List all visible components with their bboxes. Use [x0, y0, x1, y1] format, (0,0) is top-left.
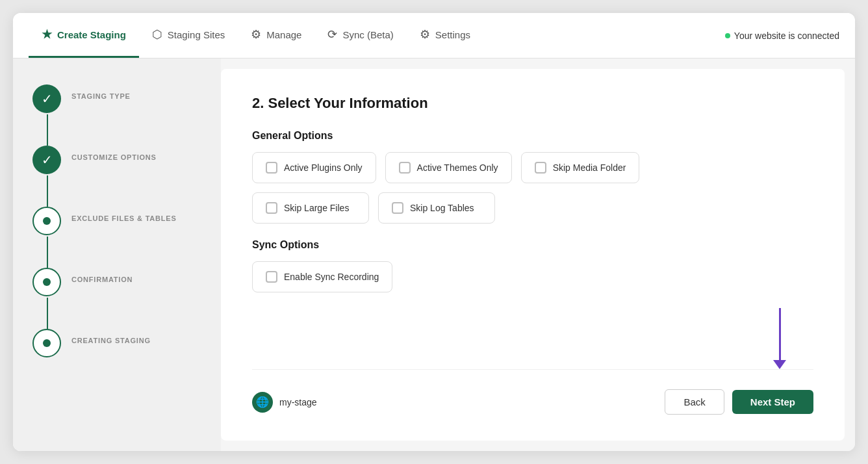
footer-buttons: Back Next Step — [665, 389, 813, 415]
arrow-head — [773, 360, 786, 369]
step-label-exclude-files: EXCLUDE FILES & TABLES — [71, 207, 177, 222]
top-nav: ★ Create Staging ⬡ Staging Sites ⚙ Manag… — [13, 13, 855, 58]
section-title: 2. Select Your Information — [252, 95, 813, 112]
checkbox-skip-media[interactable] — [535, 162, 546, 174]
option-skip-large-files[interactable]: Skip Large Files — [252, 192, 369, 224]
nav-manage[interactable]: ⚙ Manage — [238, 13, 314, 58]
content-area: 2. Select Your Information General Optio… — [221, 69, 845, 441]
step-circle-staging-type: ✓ — [32, 84, 61, 113]
footer: 🌐 my-stage Back Next Step — [252, 369, 813, 415]
checkbox-active-themes[interactable] — [399, 162, 411, 174]
step-label-confirmation: CONFIRMATION — [71, 268, 133, 283]
checkbox-enable-sync[interactable] — [266, 271, 277, 283]
step-circle-confirmation — [32, 268, 61, 296]
step-circle-exclude-files — [32, 207, 61, 235]
step-creating-staging: CREATING STAGING — [32, 329, 201, 357]
general-options-row1: Active Plugins Only Active Themes Only S… — [252, 152, 813, 183]
nav-sync-beta[interactable]: ⟳ Sync (Beta) — [314, 13, 406, 58]
step-circle-customize-options: ✓ — [32, 146, 61, 174]
sidebar: ✓ STAGING TYPE ✓ CUSTOMIZE OPTIONS EXCLU… — [13, 58, 221, 451]
site-icon: 🌐 — [252, 392, 273, 413]
cube-icon: ⬡ — [152, 27, 162, 42]
general-options-label: General Options — [252, 130, 813, 142]
checkbox-active-plugins[interactable] — [266, 162, 277, 174]
checkbox-skip-large-files[interactable] — [266, 202, 277, 214]
sync-options-row: Enable Sync Recording — [252, 261, 813, 292]
main-layout: ✓ STAGING TYPE ✓ CUSTOMIZE OPTIONS EXCLU… — [13, 58, 855, 451]
sync-options-label: Sync Options — [252, 239, 813, 251]
checkbox-skip-log-tables[interactable] — [392, 202, 403, 214]
site-name: my-stage — [279, 397, 317, 407]
nav-create-staging[interactable]: ★ Create Staging — [29, 13, 139, 58]
arrow-annotation — [773, 308, 786, 369]
step-label-staging-type: STAGING TYPE — [71, 84, 131, 100]
nav-staging-sites[interactable]: ⬡ Staging Sites — [139, 13, 238, 58]
general-options-row2: Skip Large Files Skip Log Tables — [252, 192, 813, 224]
app-container: ★ Create Staging ⬡ Staging Sites ⚙ Manag… — [13, 13, 855, 451]
connection-status: Your website is connected — [725, 31, 839, 41]
step-exclude-files: EXCLUDE FILES & TABLES — [32, 207, 201, 268]
step-customize-options: ✓ CUSTOMIZE OPTIONS — [32, 146, 201, 207]
step-circle-creating-staging — [32, 329, 61, 357]
step-confirmation: CONFIRMATION — [32, 268, 201, 329]
step-staging-type: ✓ STAGING TYPE — [32, 84, 201, 146]
gear-icon: ⚙ — [420, 27, 430, 42]
nav-settings[interactable]: ⚙ Settings — [407, 13, 483, 58]
site-badge: 🌐 my-stage — [252, 392, 317, 413]
step-label-customize-options: CUSTOMIZE OPTIONS — [71, 146, 157, 161]
option-enable-sync[interactable]: Enable Sync Recording — [252, 261, 392, 292]
step-label-creating-staging: CREATING STAGING — [71, 329, 151, 344]
star-icon: ★ — [42, 27, 52, 42]
option-active-themes[interactable]: Active Themes Only — [385, 152, 512, 183]
sync-icon: ⟳ — [327, 27, 337, 42]
connection-dot — [725, 33, 730, 38]
sliders-icon: ⚙ — [251, 27, 261, 42]
option-skip-media[interactable]: Skip Media Folder — [521, 152, 640, 183]
next-step-button[interactable]: Next Step — [732, 390, 813, 414]
option-active-plugins[interactable]: Active Plugins Only — [252, 152, 376, 183]
arrow-line — [779, 308, 781, 360]
option-skip-log-tables[interactable]: Skip Log Tables — [378, 192, 495, 224]
back-button[interactable]: Back — [665, 389, 724, 415]
